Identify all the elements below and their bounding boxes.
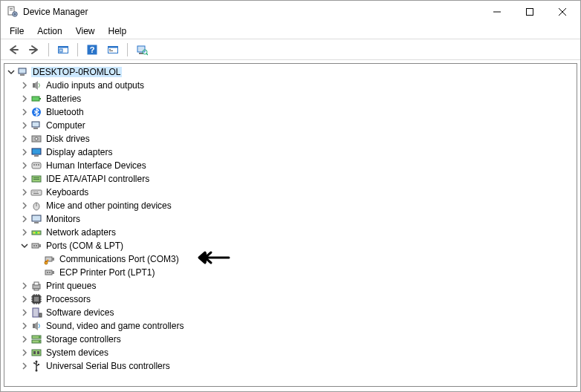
device-tree[interactable]: DESKTOP-0ROMLOLAudio inputs and outputsB… [4,63,577,387]
svg-rect-69 [33,324,35,328]
svg-point-52 [33,245,35,246]
scan-button[interactable] [134,42,150,58]
expand-icon[interactable] [19,214,30,224]
category-system-devices[interactable]: System devices [18,346,577,359]
tree-item-label: Monitors [46,214,80,224]
category-keyboards[interactable]: Keyboards [18,186,577,199]
svg-rect-11 [108,46,118,48]
expand-icon[interactable] [19,187,30,197]
maximize-button[interactable] [513,1,546,22]
storage-icon [30,333,42,345]
category-human-interface-devices[interactable]: Human Interface Devices [18,159,577,172]
category-ports-com-lpt[interactable]: Ports (COM & LPT) [18,239,577,252]
category-mice-and-other-pointing-devices[interactable]: Mice and other pointing devices [18,199,577,212]
svg-point-73 [39,341,40,342]
category-audio-inputs-and-outputs[interactable]: Audio inputs and outputs [18,79,577,92]
category-display-adapters[interactable]: Display adapters [18,146,577,159]
tree-item-label: Batteries [46,94,81,104]
expand-icon[interactable] [19,200,30,211]
category-computer[interactable]: Computer [18,119,577,132]
category-sound-video-and-game-controllers[interactable]: Sound, video and game controllers [18,319,577,333]
svg-rect-34 [33,177,39,178]
category-processors[interactable]: Processors [18,293,577,306]
svg-rect-66 [34,297,39,301]
collapse-icon[interactable] [6,67,16,77]
category-universal-serial-bus-controllers[interactable]: Universal Serial Bus controllers [18,359,577,373]
tree-item-label: System devices [46,347,108,358]
svg-rect-44 [32,215,41,221]
menu-view[interactable]: View [70,24,101,38]
category-batteries[interactable]: Batteries [18,92,577,105]
properties-button[interactable] [105,42,121,58]
expand-icon[interactable] [19,134,30,144]
category-monitors[interactable]: Monitors [18,212,577,226]
expand-icon[interactable] [19,80,30,91]
expand-icon[interactable] [19,334,30,344]
tree-item-label: Disk drives [46,134,90,144]
forward-button[interactable] [26,42,42,58]
svg-rect-35 [33,179,39,180]
menu-action[interactable]: Action [31,24,68,38]
category-disk-drives[interactable]: Disk drives [18,132,577,146]
svg-point-80 [36,370,38,372]
svg-rect-79 [38,364,39,365]
expand-icon[interactable] [19,94,30,104]
expand-icon[interactable] [19,294,30,304]
svg-point-48 [36,232,37,234]
disk-icon [30,133,42,145]
expand-icon[interactable] [19,361,30,371]
tree-item-label: Network adapters [46,227,116,238]
svg-rect-50 [32,244,39,248]
close-button[interactable] [546,1,579,22]
battery-icon [30,93,42,105]
svg-point-72 [39,336,40,338]
usb-icon [30,360,42,372]
help-button[interactable]: ? [84,42,100,58]
comport-icon: ! [44,253,56,265]
tree-item-label: Storage controllers [46,334,121,344]
device-communications-port-com3[interactable]: !Communications Port (COM3) [31,252,577,266]
svg-rect-12 [109,49,111,50]
tree-root-node[interactable]: DESKTOP-0ROMLOL [4,65,577,79]
svg-rect-41 [33,193,39,194]
expand-icon[interactable] [19,307,30,318]
ide-icon [30,173,42,185]
svg-rect-23 [32,122,39,127]
toolbar: ? [1,39,580,60]
tree-item-label: Keyboards [46,187,88,197]
svg-rect-45 [34,222,39,223]
svg-point-26 [35,137,38,140]
svg-point-60 [47,272,48,273]
category-software-devices[interactable]: Software devices [18,306,577,319]
show-hidden-button[interactable] [55,42,71,58]
collapse-icon[interactable] [19,241,30,251]
expand-icon[interactable] [19,147,30,157]
tree-item-label: Sound, video and game controllers [46,321,184,331]
expand-icon[interactable] [19,120,30,131]
tree-item-label: Print queues [46,281,96,291]
category-bluetooth[interactable]: Bluetooth [18,105,577,119]
tree-item-label: ECP Printer Port (LPT1) [59,267,155,278]
expand-icon[interactable] [19,281,30,291]
tree-item-label: Display adapters [46,147,112,157]
expand-icon[interactable] [19,227,30,238]
menu-help[interactable]: Help [103,24,133,38]
tree-item-label: Bluetooth [46,107,84,117]
category-ide-ata-atapi-controllers[interactable]: IDE ATA/ATAPI controllers [18,172,577,186]
expand-icon[interactable] [19,347,30,358]
menubar: File Action View Help [1,23,580,39]
category-storage-controllers[interactable]: Storage controllers [18,333,577,346]
back-button[interactable] [5,42,22,58]
category-print-queues[interactable]: Print queues [18,279,577,293]
category-network-adapters[interactable]: Network adapters [18,226,577,239]
expand-icon[interactable] [19,107,30,117]
expand-icon[interactable] [19,160,30,171]
minimize-button[interactable] [481,1,513,22]
svg-rect-20 [32,97,39,101]
menu-file[interactable]: File [4,24,30,38]
expand-icon[interactable] [19,321,30,331]
tree-item-label: Processors [46,294,91,304]
svg-point-47 [33,232,35,234]
device-ecp-printer-port-lpt1[interactable]: ECP Printer Port (LPT1) [31,266,577,279]
expand-icon[interactable] [19,174,30,184]
